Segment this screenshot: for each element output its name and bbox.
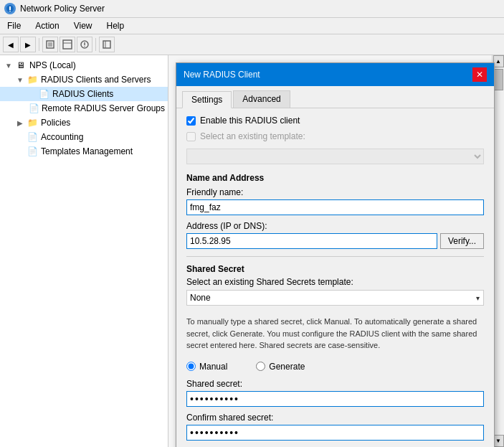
- expand-icon-nps: ▼: [3, 62, 14, 70]
- toolbar: ◀ ▶: [0, 34, 504, 55]
- shared-secrets-template-select[interactable]: None: [186, 290, 484, 306]
- new-radius-client-dialog: New RADIUS Client ✕ Settings Advanced En…: [176, 62, 495, 447]
- radio-manual-option: Manual: [186, 362, 227, 372]
- confirm-secret-group: Confirm shared secret:: [186, 413, 484, 441]
- friendly-name-input[interactable]: [186, 199, 484, 215]
- dialog-title-bar: New RADIUS Client ✕: [176, 63, 494, 86]
- nps-icon: 🖥: [14, 60, 27, 71]
- svg-rect-2: [9, 11, 11, 11]
- toolbar-sep-1: [39, 38, 39, 51]
- expand-icon-rcs: ▼: [14, 76, 26, 84]
- tree-radius-clients-servers[interactable]: ▼ 📁 RADIUS Clients and Servers: [0, 72, 168, 87]
- name-address-section-title: Name and Address: [186, 173, 484, 183]
- templates-icon: 📄: [26, 146, 39, 157]
- app-title: Network Policy Server: [20, 4, 105, 14]
- template-select-row: [186, 149, 484, 164]
- radio-row: Manual Generate: [186, 362, 484, 372]
- address-input[interactable]: [186, 233, 437, 249]
- confirm-secret-label: Confirm shared secret:: [186, 413, 484, 423]
- svg-point-9: [84, 46, 85, 47]
- dialog-title: New RADIUS Client: [184, 70, 260, 80]
- address-label: Address (IP or DNS):: [186, 221, 484, 231]
- toolbar-forward[interactable]: ▶: [20, 37, 36, 52]
- radio-generate-label: Generate: [269, 362, 305, 372]
- rr-icon: 📄: [29, 103, 39, 114]
- dialog-close-button[interactable]: ✕: [472, 67, 487, 82]
- tab-bar: Settings Advanced: [176, 86, 494, 108]
- tree-panel: ▼ 🖥 NPS (Local) ▼ 📁 RADIUS Clients and S…: [0, 55, 168, 447]
- svg-rect-5: [63, 40, 72, 49]
- radio-manual[interactable]: [186, 362, 196, 371]
- toolbar-btn-1[interactable]: [42, 37, 58, 52]
- tree-radius-clients[interactable]: 📄 RADIUS Clients: [0, 87, 168, 101]
- expand-icon-pol: ▶: [14, 119, 26, 127]
- toolbar-btn-3[interactable]: [77, 37, 92, 52]
- shared-secret-label: Shared secret:: [186, 379, 484, 389]
- app-icon: [4, 3, 16, 14]
- friendly-name-group: Friendly name:: [186, 187, 484, 215]
- tree-remote-radius[interactable]: 📄 Remote RADIUS Server Groups: [0, 101, 168, 116]
- tree-templates[interactable]: 📄 Templates Management: [0, 144, 168, 159]
- toolbar-sep-2: [95, 38, 96, 51]
- toolbar-back[interactable]: ◀: [3, 37, 19, 52]
- toolbar-btn-4[interactable]: [99, 37, 115, 52]
- tree-policies[interactable]: ▶ 📁 Policies: [0, 116, 168, 130]
- address-group: Address (IP or DNS): Verify...: [186, 221, 484, 249]
- enable-client-label: Enable this RADIUS client: [200, 116, 300, 126]
- shared-secret-sublabel: Select an existing Shared Secrets templa…: [186, 277, 484, 287]
- shared-secret-input[interactable]: [186, 391, 484, 407]
- policies-icon: 📁: [26, 117, 39, 128]
- tab-advanced[interactable]: Advanced: [233, 90, 290, 108]
- menu-help[interactable]: Help: [103, 19, 129, 32]
- radio-generate-option: Generate: [256, 362, 305, 372]
- rcs-icon: 📁: [26, 74, 39, 85]
- tree-nps-local[interactable]: ▼ 🖥 NPS (Local): [0, 58, 168, 72]
- svg-rect-4: [48, 42, 52, 47]
- rc-icon: 📄: [37, 88, 50, 100]
- select-template-checkbox[interactable]: [186, 132, 196, 141]
- main-area: ▼ 🖥 NPS (Local) ▼ 📁 RADIUS Clients and S…: [0, 55, 504, 447]
- confirm-secret-input[interactable]: [186, 425, 484, 441]
- svg-rect-1: [9, 6, 11, 10]
- select-template-label: Select an existing template:: [200, 131, 305, 141]
- tab-settings[interactable]: Settings: [182, 91, 232, 108]
- friendly-name-label: Friendly name:: [186, 187, 484, 197]
- verify-button[interactable]: Verify...: [440, 233, 484, 249]
- divider-1: [186, 256, 484, 257]
- shared-secret-info-text: To manually type a shared secret, click …: [186, 313, 484, 354]
- menu-file[interactable]: File: [3, 19, 25, 32]
- shared-secret-group: Shared secret:: [186, 379, 484, 407]
- menu-bar: File Action View Help: [0, 18, 504, 34]
- title-bar: Network Policy Server: [0, 0, 504, 18]
- enable-client-checkbox[interactable]: [186, 116, 196, 126]
- radio-generate[interactable]: [256, 362, 265, 371]
- shared-secrets-template-wrapper: None: [186, 290, 484, 306]
- toolbar-btn-2[interactable]: [60, 37, 75, 52]
- menu-action[interactable]: Action: [31, 19, 63, 32]
- scroll-thumb[interactable]: [494, 69, 503, 90]
- accounting-icon: 📄: [26, 131, 39, 143]
- shared-secret-section-title: Shared Secret: [186, 264, 484, 274]
- svg-rect-10: [103, 41, 110, 48]
- dialog-content: Enable this RADIUS client Select an exis…: [176, 108, 494, 447]
- radio-manual-label: Manual: [199, 362, 227, 372]
- enable-checkbox-row: Enable this RADIUS client: [186, 116, 484, 126]
- tree-accounting[interactable]: 📄 Accounting: [0, 130, 168, 144]
- right-panel: ▲ ▼ New RADIUS Client ✕ Settings Advance…: [168, 55, 504, 447]
- template-checkbox-row: Select an existing template:: [186, 131, 484, 141]
- template-dropdown[interactable]: [186, 149, 484, 164]
- menu-view[interactable]: View: [70, 19, 97, 32]
- address-row: Verify...: [186, 233, 484, 249]
